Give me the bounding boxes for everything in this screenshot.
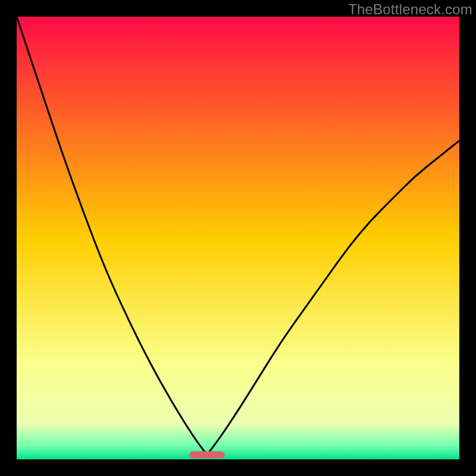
watermark-text: TheBottleneck.com bbox=[348, 1, 472, 18]
trough-pill bbox=[189, 452, 225, 459]
chart-frame: TheBottleneck.com bbox=[0, 0, 476, 476]
gradient-background bbox=[17, 17, 459, 459]
plot-area bbox=[17, 17, 459, 459]
bottleneck-curve-chart bbox=[17, 17, 459, 459]
trough-marker bbox=[189, 452, 225, 459]
